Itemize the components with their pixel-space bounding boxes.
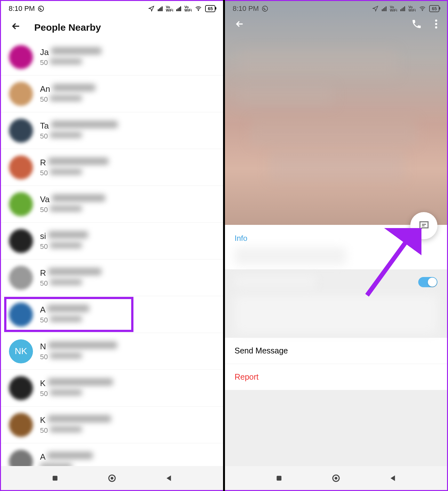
avatar — [9, 155, 33, 179]
person-name: si — [40, 231, 217, 241]
android-navbar — [1, 466, 223, 490]
signal-icon-2 — [400, 6, 405, 11]
back-arrow-icon[interactable] — [11, 21, 21, 34]
avatar — [9, 192, 33, 216]
person-distance: 50 — [40, 59, 217, 67]
svg-point-13 — [335, 477, 338, 479]
avatar — [9, 303, 33, 327]
list-item[interactable]: Va 50 — [1, 186, 223, 223]
person-name: R — [40, 268, 217, 278]
item-text: R 50 — [40, 158, 217, 177]
call-icon[interactable] — [411, 19, 422, 31]
person-name: An — [40, 84, 217, 94]
item-text: R 50 — [40, 268, 217, 288]
phone-people-nearby: 8:10 PM VoWiFi VoWiFi 65 People Nearby J… — [0, 0, 224, 491]
profile-topbar — [225, 19, 447, 31]
back-arrow-icon[interactable] — [235, 19, 245, 30]
profile-cover[interactable] — [225, 1, 447, 225]
android-navbar — [225, 466, 447, 490]
report-button[interactable]: Report — [225, 364, 447, 390]
avatar — [9, 450, 33, 466]
nav-back-icon[interactable] — [388, 473, 398, 483]
person-name: A — [40, 452, 217, 462]
status-time: 8:10 PM — [233, 4, 259, 13]
nav-back-icon[interactable] — [164, 473, 174, 483]
location-icon — [372, 5, 379, 12]
phone-profile: 8:10 PM VoWiFi VoWiFi 65 — [224, 0, 448, 491]
page-title: People Nearby — [34, 22, 101, 33]
person-distance: 50 — [40, 206, 217, 214]
svg-point-9 — [435, 26, 437, 28]
list-item[interactable]: si 50 — [1, 223, 223, 259]
avatar — [9, 266, 33, 290]
svg-point-1 — [198, 10, 199, 11]
signal-icon — [158, 6, 163, 11]
person-name: R — [40, 158, 217, 168]
battery-indicator: 65 — [205, 5, 215, 12]
svg-point-4 — [111, 477, 114, 479]
list-item[interactable]: R 50 — [1, 259, 223, 296]
person-distance: 50 — [40, 426, 217, 435]
screenshot-divider — [223, 0, 225, 491]
send-message-button[interactable]: Send Message — [225, 337, 447, 364]
person-distance: 50 — [40, 279, 217, 288]
vowifi-icon-2: VoWiFi — [184, 5, 192, 12]
person-name: Va — [40, 194, 217, 204]
item-text: si 50 — [40, 231, 217, 251]
toggle-switch[interactable] — [418, 277, 437, 287]
signal-icon-2 — [176, 6, 181, 11]
list-item[interactable]: A — [1, 443, 223, 466]
svg-rect-2 — [53, 476, 58, 480]
whatsapp-icon — [37, 5, 44, 12]
svg-point-6 — [422, 10, 423, 11]
person-distance: 50 — [40, 390, 217, 398]
person-distance: 50 — [40, 316, 217, 324]
avatar — [9, 376, 33, 400]
wifi-icon — [419, 5, 426, 12]
nav-recent-icon[interactable] — [50, 473, 60, 483]
item-text: Ja 50 — [40, 47, 217, 67]
status-bar: 8:10 PM VoWiFi VoWiFi 65 — [225, 1, 447, 16]
nav-home-icon[interactable] — [107, 473, 117, 483]
person-distance: 50 — [40, 242, 217, 251]
list-item[interactable]: NKN 50 — [1, 333, 223, 370]
more-icon[interactable] — [435, 19, 437, 30]
signal-icon — [382, 6, 387, 11]
avatar — [9, 119, 33, 143]
person-name: A — [40, 305, 217, 315]
nav-recent-icon[interactable] — [274, 473, 284, 483]
item-text: N 50 — [40, 342, 217, 361]
person-distance: 50 — [40, 169, 217, 177]
person-name: Ta — [40, 121, 217, 131]
avatar — [9, 82, 33, 106]
item-text: An 50 — [40, 84, 217, 104]
people-list: Ja 50 An 50 Ta 50 R 50 Va 50 si 50 R 50 … — [1, 39, 223, 466]
person-distance: 50 — [40, 353, 217, 361]
list-item[interactable]: K 50 — [1, 407, 223, 443]
item-text: A — [40, 452, 217, 466]
person-name: K — [40, 378, 217, 388]
battery-indicator: 65 — [429, 5, 439, 12]
info-blurred — [235, 247, 346, 265]
list-item[interactable]: A 50 — [1, 296, 223, 333]
wifi-icon — [195, 5, 202, 12]
toggle-label-blurred — [235, 276, 316, 289]
item-text: Ta 50 — [40, 121, 217, 140]
empty-area — [225, 390, 447, 466]
list-item[interactable]: R 50 — [1, 149, 223, 186]
list-item[interactable]: Ta 50 — [1, 112, 223, 149]
message-fab[interactable] — [410, 212, 437, 239]
avatar: NK — [9, 339, 33, 363]
item-text: K 50 — [40, 415, 217, 435]
item-text: K 50 — [40, 378, 217, 398]
vowifi-icon: VoWiFi — [166, 5, 173, 12]
nav-home-icon[interactable] — [331, 473, 341, 483]
notifications-toggle-row[interactable] — [225, 269, 447, 295]
svg-rect-11 — [277, 476, 282, 480]
list-item[interactable]: K 50 — [1, 370, 223, 407]
titlebar: People Nearby — [1, 16, 223, 39]
list-item[interactable]: Ja 50 — [1, 39, 223, 75]
svg-point-7 — [435, 20, 437, 22]
list-item[interactable]: An 50 — [1, 75, 223, 112]
person-name: Ja — [40, 47, 217, 57]
